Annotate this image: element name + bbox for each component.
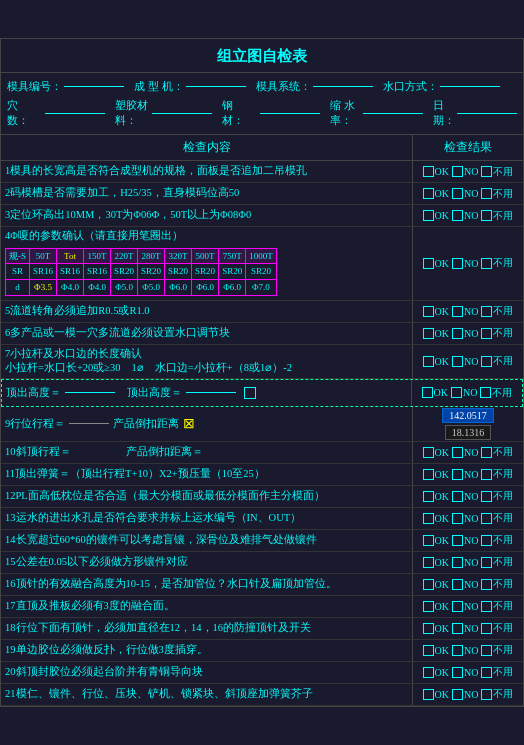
cb-no[interactable]: NO bbox=[452, 356, 478, 367]
cb-na[interactable]: 不用 bbox=[480, 386, 512, 400]
row16-content: 16顶针的有效融合高度为10-15，是否加管位？水口针及扁顶加管位。 bbox=[1, 574, 413, 595]
machine-value[interactable] bbox=[186, 86, 246, 87]
cb-no[interactable]: NO bbox=[452, 601, 478, 612]
cb-na[interactable]: 不用 bbox=[481, 687, 513, 701]
cb-box-na[interactable] bbox=[481, 166, 492, 177]
cb-ok[interactable]: OK bbox=[423, 601, 449, 612]
cb-no[interactable]: NO bbox=[452, 689, 478, 700]
cb-no[interactable]: NO bbox=[452, 306, 478, 317]
row1-result: OK NO 不用 bbox=[413, 161, 523, 182]
plastic-value[interactable] bbox=[152, 113, 212, 114]
cb-ok[interactable]: OK bbox=[423, 491, 449, 502]
cb-ok[interactable]: OK bbox=[422, 387, 448, 398]
row7-result: OK NO 不用 bbox=[413, 345, 523, 378]
cb-na[interactable]: 不用 bbox=[481, 445, 513, 459]
cb-ok[interactable]: OK bbox=[423, 166, 449, 177]
cb-no[interactable]: NO bbox=[452, 166, 478, 177]
cb-box-no[interactable] bbox=[452, 166, 463, 177]
cb-na[interactable]: 不用 bbox=[481, 533, 513, 547]
gate-label: 水口方式： bbox=[383, 79, 438, 94]
cb-no[interactable]: NO bbox=[452, 513, 478, 524]
page-title: 组立图自检表 bbox=[1, 39, 523, 73]
cb-na[interactable]: 不用 bbox=[481, 187, 513, 201]
td-d-100: Φ4.0 bbox=[57, 279, 84, 295]
cb-no[interactable]: NO bbox=[452, 188, 478, 199]
cb-na[interactable]: 不用 bbox=[481, 643, 513, 657]
cb-ok[interactable]: OK bbox=[423, 645, 449, 656]
cb-ok[interactable]: OK bbox=[423, 469, 449, 480]
cb-no[interactable]: NO bbox=[452, 258, 478, 269]
row17-content: 17直顶及推板必须有3度的融合面。 bbox=[1, 596, 413, 617]
cb-ok[interactable]: OK bbox=[423, 579, 449, 590]
mold-num-value[interactable] bbox=[64, 86, 124, 87]
row18-result: OK NO 不用 bbox=[413, 618, 523, 639]
cb-na[interactable]: 不用 bbox=[481, 511, 513, 525]
cb-ok[interactable]: OK bbox=[423, 258, 449, 269]
cb-na[interactable]: 不用 bbox=[481, 555, 513, 569]
cb-ok[interactable]: OK bbox=[423, 623, 449, 634]
cb-na[interactable]: 不用 bbox=[481, 256, 513, 270]
cb-no[interactable]: NO bbox=[452, 210, 478, 221]
cb-ok[interactable]: OK bbox=[423, 689, 449, 700]
cb-ok[interactable]: OK bbox=[423, 557, 449, 568]
cb-no[interactable]: NO bbox=[452, 579, 478, 590]
row9-value1: 142.0517 bbox=[442, 408, 494, 423]
cb-ok[interactable]: OK bbox=[423, 513, 449, 524]
cb-na[interactable]: 不用 bbox=[481, 165, 513, 179]
system-value[interactable] bbox=[313, 86, 373, 87]
cb-no[interactable]: NO bbox=[452, 447, 478, 458]
table-row: 14长宽超过60*60的镶件可以考虑盲镶，深骨位及难排气处做镶件 OK NO 不… bbox=[1, 530, 523, 552]
row2-text: 2码模槽是否需要加工，H25/35，直身模码位高50 bbox=[5, 186, 239, 201]
cb-no[interactable]: NO bbox=[452, 667, 478, 678]
date-value[interactable] bbox=[457, 113, 517, 114]
row9-result: 142.0517 18.1316 bbox=[413, 407, 523, 441]
mold-num-item: 模具编号： bbox=[7, 79, 124, 94]
cb-na[interactable]: 不用 bbox=[481, 577, 513, 591]
row11-content: 11顶出弹簧＝（顶出行程T+10）X2+预压量（10至25） bbox=[1, 464, 413, 485]
th-rule: 规-S bbox=[6, 248, 30, 264]
cb-na[interactable]: 不用 bbox=[481, 489, 513, 503]
th-150t: 150T bbox=[84, 248, 111, 264]
td-sr-1000: SR20 bbox=[246, 264, 277, 280]
cb-na[interactable]: 不用 bbox=[481, 326, 513, 340]
cb-no[interactable]: NO bbox=[452, 491, 478, 502]
cb-na[interactable]: 不用 bbox=[481, 304, 513, 318]
cb-ok[interactable]: OK bbox=[423, 210, 449, 221]
cb-no[interactable]: NO bbox=[452, 645, 478, 656]
no-label: NO bbox=[464, 166, 478, 177]
cb-ok[interactable]: OK bbox=[423, 535, 449, 546]
row14-checkboxes: OK NO 不用 bbox=[423, 533, 514, 547]
cb-no[interactable]: NO bbox=[452, 328, 478, 339]
cb-ok[interactable]: OK bbox=[423, 188, 449, 199]
cb-na[interactable]: 不用 bbox=[481, 599, 513, 613]
cb-na[interactable]: 不用 bbox=[481, 665, 513, 679]
td-d-50: Φ3.5 bbox=[30, 279, 57, 295]
row4-result: OK NO 不用 bbox=[413, 227, 523, 299]
cb-ok[interactable]: OK bbox=[423, 306, 449, 317]
gate-value[interactable] bbox=[440, 86, 500, 87]
cb-na[interactable]: 不用 bbox=[481, 209, 513, 223]
cb-ok[interactable]: OK bbox=[423, 328, 449, 339]
td-sr-500: SR20 bbox=[192, 264, 219, 280]
cb-na[interactable]: 不用 bbox=[481, 467, 513, 481]
row16-text: 16顶针的有效融合高度为10-15，是否加管位？水口针及扁顶加管位。 bbox=[5, 577, 337, 592]
cb-no[interactable]: NO bbox=[452, 623, 478, 634]
row8-checkboxes: OK NO 不用 bbox=[422, 386, 513, 400]
cb-ok[interactable]: OK bbox=[423, 447, 449, 458]
shrink-label: 缩 水 率： bbox=[330, 98, 361, 128]
cb-no[interactable]: NO bbox=[452, 557, 478, 568]
cb-na[interactable]: 不用 bbox=[481, 354, 513, 368]
th-1000t: 1000T bbox=[246, 248, 277, 264]
cb-no[interactable]: NO bbox=[452, 469, 478, 480]
hole-label: 穴 数： bbox=[7, 98, 43, 128]
steel-value[interactable] bbox=[260, 113, 320, 114]
cb-no[interactable]: NO bbox=[451, 387, 477, 398]
hole-value[interactable] bbox=[45, 113, 105, 114]
cb-box-ok[interactable] bbox=[423, 166, 434, 177]
cb-ok[interactable]: OK bbox=[423, 667, 449, 678]
cb-na[interactable]: 不用 bbox=[481, 621, 513, 635]
row13-content: 13运水的进出水孔是否符合要求并标上运水编号（IN、OUT） bbox=[1, 508, 413, 529]
cb-no[interactable]: NO bbox=[452, 535, 478, 546]
cb-ok[interactable]: OK bbox=[423, 356, 449, 367]
shrink-value[interactable] bbox=[363, 113, 423, 114]
